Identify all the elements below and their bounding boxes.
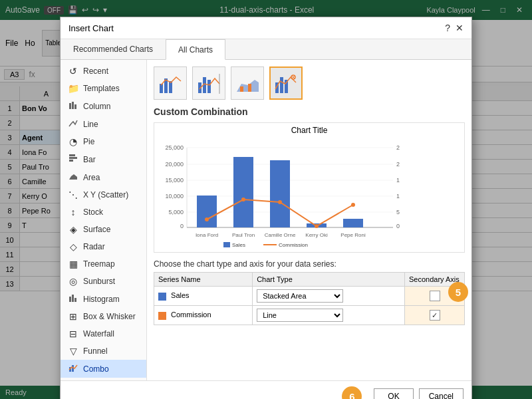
svg-text:500: 500 <box>396 209 400 215</box>
sidebar-label-stock: Stock <box>83 207 103 217</box>
combo-icon <box>67 363 79 374</box>
surface-icon: ◈ <box>67 224 79 235</box>
sidebar-label-line: Line <box>83 120 98 129</box>
chart-type-btn-2[interactable] <box>192 66 225 100</box>
box-icon: ⊞ <box>67 311 79 322</box>
svg-text:0: 0 <box>396 223 400 229</box>
sidebar-label-waterfall: Waterfall <box>83 329 114 338</box>
modal-overlay: Insert Chart ? ✕ Recommended Charts All … <box>0 0 532 399</box>
svg-rect-9 <box>74 298 76 302</box>
secondary-axis-checkbox-sales[interactable]: ✓ <box>430 291 440 301</box>
secondary-axis-checkbox-commission[interactable]: ✓ <box>430 310 440 321</box>
svg-rect-14 <box>169 81 172 93</box>
svg-text:25,000: 25,000 <box>165 144 184 151</box>
series-table-wrapper: Series Name Chart Type Secondary Axis Sa… <box>154 272 465 325</box>
series-chart-type-sales[interactable]: Clustered Column Stacked Column Stacked … <box>253 287 405 306</box>
secondary-axis-cell-commission[interactable]: ✓ <box>405 306 465 325</box>
chart-type-row <box>154 66 465 100</box>
svg-rect-62 <box>223 242 230 247</box>
chart-type-select-commission[interactable]: Clustered Column Stacked Column Stacked … <box>257 309 343 322</box>
sidebar-label-templates: Templates <box>83 84 120 93</box>
svg-point-55 <box>315 224 319 228</box>
col-header-series-name: Series Name <box>154 273 253 287</box>
svg-rect-5 <box>69 160 73 162</box>
svg-text:Iona Ford: Iona Ford <box>196 232 218 238</box>
series-name-commission: Commission <box>154 306 253 325</box>
svg-text:10,000: 10,000 <box>165 193 184 200</box>
sidebar-item-line[interactable]: Line <box>61 115 146 133</box>
svg-text:2,500: 2,500 <box>396 144 400 151</box>
sidebar-item-area[interactable]: Area <box>61 168 146 186</box>
series-name-sales: Sales <box>154 287 253 306</box>
tab-recommended-charts[interactable]: Recommended Charts <box>61 39 166 59</box>
series-chart-type-commission[interactable]: Clustered Column Stacked Column Stacked … <box>253 306 405 325</box>
chart-inner-title: Chart Title <box>157 126 462 135</box>
area-icon <box>67 172 79 183</box>
sidebar-label-xy: X Y (Scatter) <box>83 190 128 200</box>
dialog-close-button[interactable]: ✕ <box>456 23 464 33</box>
svg-rect-3 <box>69 154 75 156</box>
sidebar-item-waterfall[interactable]: ⊟ Waterfall <box>61 325 146 342</box>
sidebar-item-surface[interactable]: ◈ Surface <box>61 221 146 238</box>
svg-rect-17 <box>207 80 211 93</box>
stock-icon: ↕ <box>67 207 79 217</box>
chart-type-btn-4[interactable] <box>269 66 303 100</box>
sidebar-item-templates[interactable]: 📁 Templates <box>61 80 146 97</box>
svg-text:20,000: 20,000 <box>165 161 184 168</box>
series-color-commission <box>158 312 166 320</box>
sidebar-label-bar: Bar <box>83 155 96 164</box>
bar-icon <box>67 154 79 165</box>
sidebar-item-stock[interactable]: ↕ Stock <box>61 203 146 221</box>
chart-sidebar: ↺ Recent 📁 Templates Column <box>61 60 147 380</box>
dialog-body: ↺ Recent 📁 Templates Column <box>61 60 471 380</box>
chart-type-btn-3[interactable] <box>231 66 264 100</box>
svg-text:2,000: 2,000 <box>396 161 400 168</box>
templates-icon: 📁 <box>67 83 79 94</box>
sidebar-label-combo: Combo <box>83 364 109 374</box>
svg-rect-1 <box>72 102 74 109</box>
dialog-tabs: Recommended Charts All Charts <box>61 39 471 60</box>
svg-rect-49 <box>270 160 290 227</box>
funnel-icon: ▽ <box>67 346 79 356</box>
sidebar-item-bar[interactable]: Bar <box>61 150 146 168</box>
dialog-titlebar: Insert Chart ? ✕ <box>61 17 471 39</box>
cancel-button[interactable]: Cancel <box>419 388 464 399</box>
ok-button[interactable]: OK <box>374 388 413 399</box>
svg-text:Pepe Roni: Pepe Roni <box>340 232 366 238</box>
sidebar-label-box: Box & Whisker <box>83 312 136 321</box>
sidebar-item-column[interactable]: Column <box>61 97 146 115</box>
series-table: Series Name Chart Type Secondary Axis Sa… <box>154 272 465 325</box>
series-row-sales: Sales Clustered Column Stacked Column St… <box>154 287 465 306</box>
svg-text:Kerry Oki: Kerry Oki <box>305 232 328 238</box>
sidebar-label-pie: Pie <box>83 137 94 146</box>
sidebar-item-treemap[interactable]: ▦ Treemap <box>61 255 146 273</box>
svg-text:Camille Orne: Camille Orne <box>265 232 296 238</box>
svg-text:Commission: Commission <box>279 242 308 247</box>
svg-text:Sales: Sales <box>232 242 245 247</box>
chart-preview: Chart Title 25,000 20,000 15,000 10,000 … <box>154 122 465 253</box>
sidebar-item-funnel[interactable]: ▽ Funnel <box>61 342 146 360</box>
svg-rect-20 <box>240 86 243 92</box>
sidebar-label-histogram: Histogram <box>83 295 120 304</box>
sidebar-item-sunburst[interactable]: ◎ Sunburst <box>61 273 146 290</box>
svg-text:Paul Tron: Paul Tron <box>232 232 255 238</box>
sidebar-item-xy[interactable]: ⋱ X Y (Scatter) <box>61 186 146 203</box>
sidebar-label-radar: Radar <box>83 242 105 251</box>
chart-type-select-sales[interactable]: Clustered Column Stacked Column Stacked … <box>257 289 343 303</box>
sidebar-item-combo[interactable]: Combo <box>61 360 146 378</box>
sidebar-item-box[interactable]: ⊞ Box & Whisker <box>61 308 146 325</box>
sidebar-label-surface: Surface <box>83 225 110 234</box>
svg-point-54 <box>278 200 282 204</box>
badge-6: 6 <box>342 386 362 399</box>
recent-icon: ↺ <box>67 66 79 76</box>
dialog-controls: ? ✕ <box>445 23 464 33</box>
sidebar-item-pie[interactable]: ◔ Pie <box>61 133 146 150</box>
tab-all-charts[interactable]: All Charts <box>166 39 225 60</box>
sidebar-item-histogram[interactable]: Histogram <box>61 290 146 308</box>
help-button[interactable]: ? <box>445 23 450 33</box>
sidebar-item-radar[interactable]: ◇ Radar <box>61 238 146 255</box>
chart-type-btn-1[interactable] <box>154 66 187 100</box>
svg-rect-2 <box>74 104 76 109</box>
svg-point-52 <box>205 217 209 221</box>
sidebar-item-recent[interactable]: ↺ Recent <box>61 63 146 80</box>
